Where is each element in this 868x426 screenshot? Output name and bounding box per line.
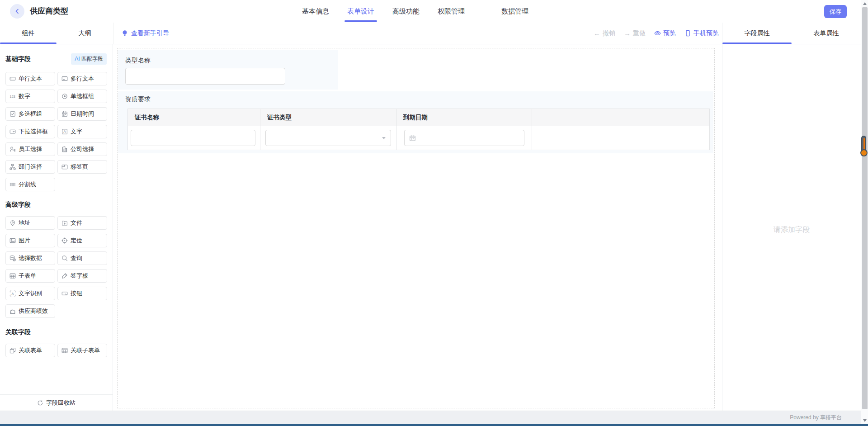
- table-body-row: [128, 126, 709, 150]
- form-canvas: 类型名称 资质要求 证书名称证书类型到期日期: [113, 44, 722, 411]
- header-tab-form-design[interactable]: 表单设计: [347, 0, 374, 23]
- sidebar-item-subform[interactable]: 子表单: [5, 269, 55, 283]
- app-header: 供应商类型 基本信息表单设计高级功能权限管理数据管理 保存: [0, 0, 868, 23]
- bottom-strip: [0, 424, 868, 426]
- sidebar-item-divider-line[interactable]: 分割线: [5, 178, 55, 191]
- item-label: 员工选择: [19, 145, 42, 153]
- tab-field-props[interactable]: 字段属性: [722, 23, 792, 44]
- sidebar-tabs: 组件 大纲: [0, 23, 113, 44]
- sidebar-item-tab-page[interactable]: 标签页: [57, 160, 107, 174]
- sidebar-item-radio-group[interactable]: 单选框组: [57, 90, 107, 103]
- header-tab-basic-info[interactable]: 基本信息: [302, 0, 329, 23]
- sidebar-item-file[interactable]: 文件: [57, 216, 107, 230]
- sidebar-item-text-multi[interactable]: 多行文本: [57, 72, 107, 85]
- toolbar-actions: ← 撤销 → 重做 预览 手机预览: [594, 23, 719, 44]
- item-label: 多选框组: [19, 110, 42, 118]
- field-block-type-name[interactable]: 类型名称: [118, 50, 338, 90]
- sidebar-item-location[interactable]: 定位: [57, 234, 107, 247]
- performance-icon: [9, 308, 16, 314]
- type-name-input[interactable]: [125, 68, 285, 85]
- field-recycle-bin[interactable]: 字段回收站: [0, 394, 113, 411]
- page-scrollbar[interactable]: [861, 0, 868, 426]
- item-label: 子表单: [19, 272, 36, 280]
- page-title: 供应商类型: [30, 0, 68, 23]
- preview-button[interactable]: 预览: [654, 29, 676, 38]
- sidebar-item-signature[interactable]: 签字板: [57, 269, 107, 283]
- sidebar-item-company-select[interactable]: 公司选择: [57, 142, 107, 156]
- back-button[interactable]: [10, 4, 24, 19]
- chevron-down-icon: [382, 137, 386, 139]
- save-button[interactable]: 保存: [824, 5, 847, 18]
- undo-button[interactable]: ← 撤销: [594, 29, 615, 38]
- cert-name-input[interactable]: [131, 130, 255, 146]
- item-label: 关联子表单: [71, 346, 100, 355]
- sidebar-item-text-single[interactable]: 单行文本: [5, 72, 55, 85]
- expire-date-input[interactable]: [404, 130, 524, 146]
- sidebar-item-address[interactable]: 地址: [5, 216, 55, 230]
- field-grid: 关联表单关联子表单: [5, 344, 107, 357]
- item-label: 图片: [19, 237, 30, 245]
- scrollbar-thumb[interactable]: [862, 7, 868, 409]
- sidebar-item-button[interactable]: 按钮: [57, 287, 107, 300]
- item-label: 签字板: [71, 272, 88, 280]
- number-icon: 123: [9, 93, 16, 99]
- thermometer-bulb: [860, 149, 868, 156]
- ai-match-fields-badge[interactable]: AI 匹配字段: [71, 53, 107, 65]
- sidebar-item-text-label[interactable]: A文字: [57, 125, 107, 138]
- text-single-icon: [9, 76, 16, 82]
- field-block-qualification[interactable]: 资质要求 证书名称证书类型到期日期: [118, 91, 713, 153]
- guide-label: 查看新手引导: [131, 29, 169, 38]
- header-tab-data-management[interactable]: 数据管理: [501, 0, 528, 23]
- header-tab-advanced-functions[interactable]: 高级功能: [392, 0, 420, 23]
- section-title: 关联字段: [5, 328, 31, 336]
- tab-form-props[interactable]: 表单属性: [792, 23, 861, 44]
- item-label: 分割线: [19, 180, 36, 189]
- sidebar-item-image[interactable]: 图片: [5, 234, 55, 247]
- column-header-cert-type: 证书类型: [260, 109, 396, 126]
- cert-type-select[interactable]: [265, 130, 391, 146]
- item-label: 关联表单: [19, 346, 42, 355]
- footer: Powered by 享搭平台: [0, 411, 868, 424]
- thermometer-marker[interactable]: [861, 136, 866, 153]
- tab-outline[interactable]: 大纲: [57, 23, 113, 44]
- sidebar-item-number[interactable]: 123数字: [5, 90, 55, 103]
- company-icon: [61, 146, 68, 152]
- location-icon: [61, 237, 68, 244]
- section-title: 基础字段: [5, 55, 31, 63]
- sidebar-item-supplier-performance[interactable]: 供应商绩效: [5, 304, 55, 318]
- sidebar-item-ocr[interactable]: A文字识别: [5, 287, 55, 300]
- mobile-preview-button[interactable]: 手机预览: [684, 29, 719, 38]
- item-label: 多行文本: [71, 75, 94, 83]
- guide-link[interactable]: 查看新手引导: [122, 23, 169, 44]
- item-label: 下拉选择框: [19, 128, 48, 136]
- sidebar-item-link-form[interactable]: 关联表单: [5, 344, 55, 357]
- redo-arrow-icon: →: [624, 30, 631, 37]
- item-label: 选择数据: [19, 254, 42, 262]
- select-data-icon: [9, 255, 16, 261]
- link-subform-icon: [61, 347, 68, 354]
- recycle-icon: [37, 400, 43, 406]
- field-label: 资质要求: [125, 95, 151, 104]
- address-icon: [9, 220, 16, 226]
- chevron-left-icon: [14, 9, 20, 14]
- column-header-cert-name: 证书名称: [128, 109, 260, 126]
- sidebar-item-query[interactable]: 查询: [57, 251, 107, 265]
- header-tab-permission-management[interactable]: 权限管理: [438, 0, 465, 23]
- table-cell-empty: [532, 126, 709, 150]
- item-label: 按钮: [71, 289, 82, 298]
- sidebar-item-dropdown[interactable]: 下拉选择框: [5, 125, 55, 138]
- search-icon: [61, 255, 68, 261]
- sidebar-item-checkbox-group[interactable]: 多选框组: [5, 107, 55, 121]
- sidebar-item-select-data[interactable]: 选择数据: [5, 251, 55, 265]
- tab-components[interactable]: 组件: [0, 23, 57, 44]
- sidebar-item-link-subform[interactable]: 关联子表单: [57, 344, 107, 357]
- right-panel-tabs: 字段属性 表单属性: [722, 23, 861, 44]
- sidebar-item-datetime[interactable]: 日期时间: [57, 107, 107, 121]
- sidebar-item-employee-select[interactable]: 员工选择: [5, 142, 55, 156]
- redo-button[interactable]: → 重做: [624, 29, 646, 38]
- link-form-icon: [9, 347, 16, 354]
- scroll-up-icon[interactable]: [863, 2, 867, 5]
- scroll-down-icon[interactable]: [863, 419, 867, 422]
- bulb-icon: [122, 30, 128, 37]
- sidebar-item-department-select[interactable]: 部门选择: [5, 160, 55, 174]
